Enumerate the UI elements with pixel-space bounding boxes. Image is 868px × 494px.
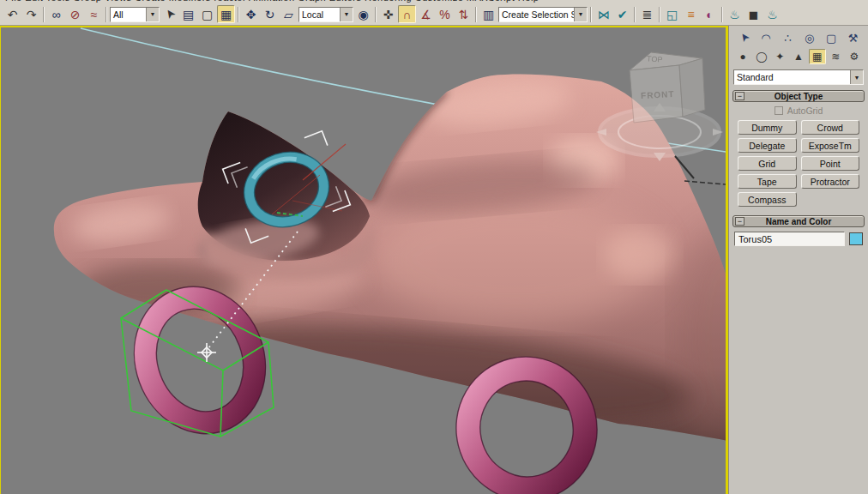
toolbar-separator: [375, 7, 377, 22]
chevron-down-icon[interactable]: ▼: [340, 8, 353, 21]
compass-button[interactable]: Compass: [738, 192, 797, 207]
space-warps-category-icon[interactable]: ≋: [827, 49, 844, 64]
protractor-button[interactable]: Protractor: [801, 174, 860, 189]
select-and-link-icon[interactable]: ∞: [47, 5, 65, 23]
command-panel-tabs: ➤ ◠ ∴ ◎ ▢ ⚒: [732, 28, 865, 49]
material-editor-icon[interactable]: ◐: [701, 5, 719, 23]
ghost-cube-helper[interactable]: TOP FRONT: [630, 52, 705, 123]
cameras-category-icon[interactable]: ▲: [790, 49, 807, 64]
quick-render-icon[interactable]: ♨: [763, 5, 781, 23]
redo-icon[interactable]: ↷: [22, 5, 40, 23]
toolbar-separator: [475, 7, 477, 22]
exposetm-button[interactable]: ExposeTm: [801, 138, 860, 153]
grid-button[interactable]: Grid: [738, 156, 797, 171]
perspective-viewport[interactable]: TOP FRONT: [0, 26, 728, 494]
helper-class-dropdown[interactable]: Standard ▼: [733, 69, 864, 85]
geometry-category-icon[interactable]: ●: [734, 49, 751, 64]
toolbar-separator: [105, 7, 107, 22]
systems-category-icon[interactable]: ⚙: [846, 49, 863, 64]
edit-named-selection-sets-icon[interactable]: ▥: [479, 5, 497, 23]
3dsmax-window: File Edit Tools Group Views Create Modif…: [0, 0, 868, 494]
object-type-rollout: − Object Type AutoGrid Dummy Crowd Deleg…: [732, 90, 865, 212]
menu-bar-items[interactable]: File Edit Tools Group Views Create Modif…: [0, 0, 868, 3]
unlink-selection-icon[interactable]: ⊘: [66, 5, 84, 23]
toolbar-separator: [590, 7, 592, 22]
modify-tab-icon[interactable]: ◠: [756, 29, 775, 46]
chevron-down-icon[interactable]: ▼: [146, 8, 159, 21]
toolbar-separator: [238, 7, 239, 22]
selection-filter-dropdown[interactable]: All ▼: [110, 7, 160, 22]
select-and-manipulate-icon[interactable]: ✜: [379, 5, 397, 23]
name-and-color-rollout: − Name and Color Torus05: [732, 215, 865, 250]
toolbar-separator: [721, 7, 723, 22]
named-selection-set-dropdown[interactable]: Create Selection Set ▼: [498, 7, 588, 22]
rectangular-selection-region-icon[interactable]: ▢: [198, 5, 216, 23]
hierarchy-tab-icon[interactable]: ∴: [778, 29, 798, 46]
create-tab-icon[interactable]: ➤: [732, 25, 757, 51]
autogrid-label: AutoGrid: [787, 105, 823, 116]
reference-coordinate-system-dropdown[interactable]: Local ▼: [298, 7, 353, 22]
percent-snap-toggle-icon[interactable]: %: [436, 5, 454, 23]
undo-icon[interactable]: ↶: [3, 5, 21, 23]
chevron-down-icon[interactable]: ▼: [850, 70, 863, 84]
autogrid-checkbox[interactable]: [775, 106, 783, 115]
select-by-name-icon[interactable]: ▤: [179, 5, 197, 23]
object-color-swatch[interactable]: [849, 232, 863, 245]
lights-category-icon[interactable]: ✦: [771, 49, 788, 64]
helpers-category-icon[interactable]: ▦: [809, 49, 826, 64]
rollout-title: Object Type: [733, 92, 864, 101]
autogrid-row: AutoGrid: [732, 102, 865, 117]
delegate-button[interactable]: Delegate: [738, 138, 797, 153]
rendered-frame-window-icon[interactable]: ◼: [744, 5, 763, 23]
align-icon[interactable]: ✔: [613, 5, 631, 23]
point-button[interactable]: Point: [801, 156, 860, 171]
render-scene-dialog-icon[interactable]: ♨: [726, 5, 744, 23]
select-and-scale-icon[interactable]: ▱: [280, 5, 298, 23]
utilities-tab-icon[interactable]: ⚒: [843, 29, 863, 46]
spinner-snap-toggle-icon[interactable]: ⇅: [455, 5, 473, 23]
motion-tab-icon[interactable]: ◎: [799, 29, 819, 46]
use-pivot-point-center-icon[interactable]: ◉: [354, 5, 372, 23]
coordinate-system-value: Local: [299, 9, 340, 20]
selection-filter-value: All: [111, 9, 146, 20]
ghost-cube-top-label: TOP: [647, 54, 663, 63]
schematic-view-icon[interactable]: ≡: [682, 5, 700, 23]
ghost-cube-front-label: FRONT: [641, 89, 675, 100]
chevron-down-icon[interactable]: ▼: [574, 8, 587, 21]
dummy-button[interactable]: Dummy: [738, 120, 797, 135]
shapes-category-icon[interactable]: ◯: [753, 49, 770, 64]
rollout-title: Name and Color: [733, 217, 864, 226]
command-panel: ➤ ◠ ∴ ◎ ▢ ⚒ ● ◯ ✦ ▲ ▦ ≋ ⚙ Standard ▼: [728, 26, 868, 494]
viewport-scene: TOP FRONT: [1, 27, 726, 494]
name-and-color-rollout-header[interactable]: − Name and Color: [732, 215, 865, 227]
main-toolbar: ↶ ↷ ∞ ⊘ ≈ All ▼ ➤ ▤ ▢ ▦ ✥ ↻ ▱ Local ▼ ◉ …: [0, 3, 868, 26]
bind-to-space-warp-icon[interactable]: ≈: [85, 5, 103, 23]
crowd-button[interactable]: Crowd: [801, 120, 860, 135]
toolbar-separator: [659, 7, 660, 22]
snap-toggle-3d-icon[interactable]: ∩: [398, 5, 416, 23]
object-type-rollout-header[interactable]: − Object Type: [732, 90, 865, 102]
toolbar-separator: [634, 7, 636, 22]
select-and-move-icon[interactable]: ✥: [242, 5, 260, 23]
object-name-field[interactable]: Torus05: [734, 232, 845, 246]
named-selection-set-value: Create Selection Set: [499, 9, 574, 20]
curve-editor-icon[interactable]: ◱: [663, 5, 681, 23]
object-type-buttons: Dummy Crowd Delegate ExposeTm Grid Point…: [732, 117, 865, 212]
toolbar-separator: [43, 7, 45, 22]
display-tab-icon[interactable]: ▢: [822, 29, 841, 46]
window-crossing-toggle-icon[interactable]: ▦: [217, 5, 235, 23]
angle-snap-toggle-icon[interactable]: ∡: [417, 5, 435, 23]
layer-manager-icon[interactable]: ≣: [638, 5, 656, 23]
select-object-icon[interactable]: ➤: [157, 2, 182, 27]
select-and-rotate-icon[interactable]: ↻: [261, 5, 279, 23]
tape-button[interactable]: Tape: [738, 174, 797, 189]
mirror-icon[interactable]: ⋈: [594, 5, 612, 23]
create-categories: ● ◯ ✦ ▲ ▦ ≋ ⚙: [732, 49, 865, 68]
helper-class-value: Standard: [734, 72, 850, 82]
